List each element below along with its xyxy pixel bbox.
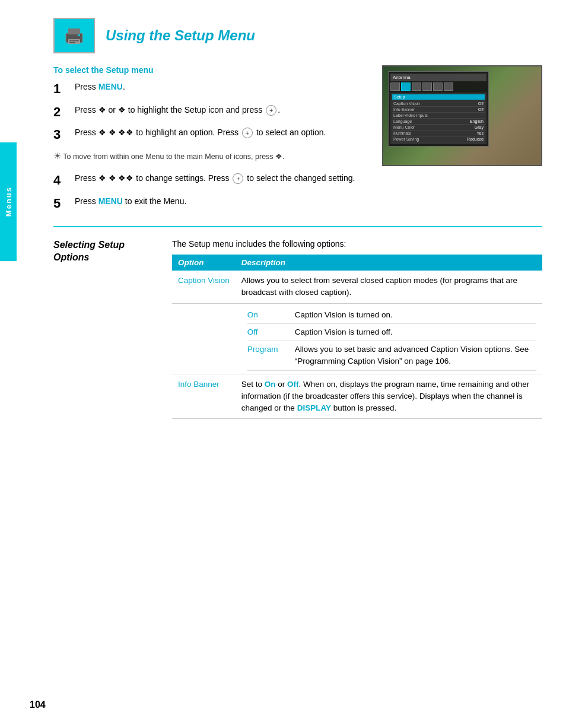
page-number: 104 [30, 700, 46, 710]
tip-text: To move from within one Menu to the main… [63, 152, 284, 161]
menu-keyword: MENU [98, 82, 123, 91]
display-keyword: DISPLAY [297, 403, 331, 412]
sub-option-empty [172, 303, 236, 374]
col-option-header: Option [172, 255, 236, 271]
sub-table-row-program: Program Allows you to set basic and adva… [247, 341, 536, 371]
tv-icon-5 [433, 82, 443, 91]
menus-tab-label: Menus [4, 186, 13, 217]
option-info-banner: Info Banner [172, 374, 236, 419]
step-3: 3 Press ❖ ❖ ❖❖ to highlight an option. P… [53, 126, 370, 144]
step-3-text: Press ❖ ❖ ❖❖ to highlight an option. Pre… [75, 126, 370, 139]
step-3-number: 3 [53, 126, 70, 144]
tv-screenshot: Antenna Setup Caption Vision Off [382, 65, 542, 166]
tv-icon-3 [412, 82, 421, 91]
tv-row-label-2: Info Banner [393, 107, 415, 112]
step-2: 2 Press ❖ or ❖ to highlight the Setup ic… [53, 104, 370, 121]
tv-row-label-7: Power Saving [393, 137, 419, 141]
tv-icon-6 [444, 82, 453, 91]
desc-caption-vision: Allows you to select from several closed… [236, 271, 542, 303]
sub-desc-off: Caption Vision is turned off. [295, 323, 536, 341]
tv-row-illuminate: Illuminate Yes [392, 131, 485, 136]
svg-rect-5 [69, 42, 75, 43]
tv-menu-panel: Setup Caption Vision Off Info Banner Off… [390, 93, 486, 144]
section-subheading: To select the Setup menu [53, 65, 370, 75]
setup-intro: The Setup menu includes the following op… [172, 239, 542, 249]
step-5-text: Press MENU to exit the Menu. [75, 195, 542, 208]
menus-tab: Menus [0, 142, 17, 261]
step-2-text: Press ❖ or ❖ to highlight the Setup icon… [75, 104, 370, 116]
tv-row-menu-color: Menu Color Gray [392, 125, 485, 131]
svg-rect-3 [78, 34, 80, 36]
menu-keyword-2: MENU [98, 196, 123, 206]
sub-option-on-row: On Caption Vision is turned on. Off Capt… [236, 303, 542, 374]
tv-row-info: Info Banner Off [392, 107, 485, 113]
tv-row-label-4: Language [393, 119, 412, 123]
tv-icon-setup-active [401, 82, 411, 91]
step-4: 4 Press ❖ ❖ ❖❖ to change settings. Press… [53, 172, 542, 189]
tv-icon-4 [422, 82, 432, 91]
table-row: Caption Vision Allows you to select from… [172, 271, 542, 303]
section-divider [53, 226, 542, 227]
setup-right-col: The Setup menu includes the following op… [172, 239, 542, 419]
tv-row-caption: Caption Vision Off [392, 101, 485, 107]
tv-row-val-7: Reduced [467, 137, 484, 141]
sub-option-off: Off [247, 323, 295, 341]
tv-icons-row [390, 82, 486, 91]
tv-menu-title: Antenna [390, 74, 486, 81]
col-desc-header: Description [236, 255, 542, 271]
header-icon-box [53, 18, 95, 53]
svg-rect-1 [68, 28, 80, 34]
step-4-number: 4 [53, 172, 70, 189]
tv-menu-overlay: Antenna Setup Caption Vision Off [388, 71, 489, 147]
step-1-number: 1 [53, 81, 70, 98]
tip-icon: ☀ [53, 151, 61, 161]
svg-rect-4 [69, 40, 79, 42]
setup-section-heading: Selecting Setup Options [53, 239, 160, 264]
sub-table-row-on: On Caption Vision is turned on. [247, 307, 536, 324]
tv-bg: Antenna Setup Caption Vision Off [383, 66, 541, 165]
page-header: Using the Setup Menu [53, 18, 542, 53]
table-row: On Caption Vision is turned on. Off Capt… [172, 303, 542, 374]
setup-left-col: Selecting Setup Options [53, 239, 160, 268]
tv-row-val: Off [478, 101, 484, 106]
sub-table-row-off: Off Caption Vision is turned off. [247, 323, 536, 341]
tv-row-val-2: Off [478, 107, 484, 112]
setup-options-section: Selecting Setup Options The Setup menu i… [53, 239, 542, 419]
option-caption-vision: Caption Vision [172, 271, 236, 303]
circle-button: + [266, 105, 276, 116]
sub-desc-program: Allows you to set basic and advanced Cap… [295, 341, 536, 371]
tv-row-language: Language English [392, 119, 485, 125]
table-header-row: Option Description [172, 255, 542, 271]
steps-bottom: 4 Press ❖ ❖ ❖❖ to change settings. Press… [53, 172, 542, 212]
tip-box: ☀ To move from within one Menu to the ma… [53, 150, 370, 163]
tv-row-label: Caption Vision [393, 101, 420, 106]
step-2-number: 2 [53, 104, 70, 121]
page-title: Using the Setup Menu [106, 27, 255, 44]
sub-option-program: Program [247, 341, 295, 371]
tv-row-label-6: Illuminate [393, 131, 411, 135]
tv-menu-panel-header: Setup [392, 94, 485, 100]
tv-row-val-6: Yes [477, 131, 484, 135]
desc-info-banner: Set to On or Off. When on, displays the … [236, 374, 542, 419]
on-keyword: On [265, 380, 276, 389]
printer-icon [61, 23, 87, 49]
step-1-text: Press MENU. [75, 81, 370, 93]
circle-button-2: + [242, 128, 253, 138]
tv-row-label-5: Menu Color [393, 125, 415, 129]
tv-row-val-4: English [470, 119, 484, 123]
step-4-text: Press ❖ ❖ ❖❖ to change settings. Press +… [75, 172, 542, 185]
table-row: Info Banner Set to On or Off. When on, d… [172, 374, 542, 419]
sub-option-on: On [247, 307, 295, 324]
step-1: 1 Press MENU. [53, 81, 370, 98]
off-keyword: Off [287, 380, 299, 389]
steps-column: To select the Setup menu 1 Press MENU. 2… [53, 65, 370, 163]
options-table: Option Description Caption Vision Allows… [172, 255, 542, 419]
step-5-number: 5 [53, 195, 70, 212]
svg-rect-2 [68, 39, 80, 44]
tv-row-val-5: Gray [475, 125, 484, 129]
sub-desc-on: Caption Vision is turned on. [295, 307, 536, 324]
circle-button-3: + [233, 173, 243, 184]
tv-row-power: Power Saving Reduced [392, 136, 485, 142]
tv-row-label-video: Label Video Inputs [392, 113, 485, 119]
tv-row-label-3: Label Video Inputs [393, 113, 428, 117]
